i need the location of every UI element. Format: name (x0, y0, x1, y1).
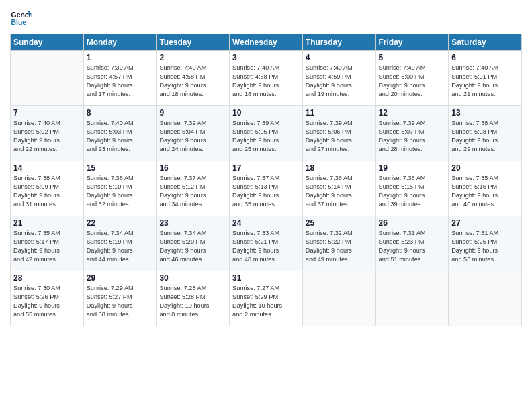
cell-info: Sunrise: 7:36 AM Sunset: 5:15 PM Dayligh… (379, 174, 446, 209)
cell-info: Sunrise: 7:33 AM Sunset: 5:21 PM Dayligh… (232, 229, 300, 264)
calendar-cell: 23Sunrise: 7:34 AM Sunset: 5:20 PM Dayli… (157, 216, 230, 271)
day-number: 9 (159, 108, 226, 118)
calendar-cell: 12Sunrise: 7:39 AM Sunset: 5:07 PM Dayli… (375, 106, 449, 161)
calendar-cell: 14Sunrise: 7:38 AM Sunset: 5:09 PM Dayli… (11, 161, 84, 216)
week-row-5: 28Sunrise: 7:30 AM Sunset: 5:26 PM Dayli… (11, 271, 522, 326)
day-number: 28 (13, 273, 81, 283)
calendar-cell: 6Sunrise: 7:40 AM Sunset: 5:01 PM Daylig… (449, 51, 522, 106)
calendar-cell: 18Sunrise: 7:36 AM Sunset: 5:14 PM Dayli… (302, 161, 375, 216)
day-number: 30 (159, 273, 226, 283)
calendar-cell: 4Sunrise: 7:40 AM Sunset: 4:59 PM Daylig… (302, 51, 375, 106)
calendar-cell: 21Sunrise: 7:35 AM Sunset: 5:17 PM Dayli… (11, 216, 84, 271)
cell-info: Sunrise: 7:30 AM Sunset: 5:26 PM Dayligh… (13, 284, 81, 319)
day-number: 6 (451, 53, 519, 62)
day-number: 15 (87, 163, 154, 173)
day-number: 17 (232, 163, 300, 173)
week-row-3: 14Sunrise: 7:38 AM Sunset: 5:09 PM Dayli… (11, 161, 522, 216)
day-number: 25 (306, 218, 373, 228)
logo: General Blue (10, 7, 34, 28)
cell-info: Sunrise: 7:27 AM Sunset: 5:29 PM Dayligh… (232, 284, 300, 319)
day-number: 29 (87, 273, 154, 283)
cell-info: Sunrise: 7:40 AM Sunset: 4:58 PM Dayligh… (159, 64, 226, 99)
calendar-cell: 31Sunrise: 7:27 AM Sunset: 5:29 PM Dayli… (230, 271, 303, 326)
calendar-table: SundayMondayTuesdayWednesdayThursdayFrid… (10, 34, 522, 326)
cell-info: Sunrise: 7:40 AM Sunset: 5:03 PM Dayligh… (87, 119, 154, 154)
calendar-cell: 19Sunrise: 7:36 AM Sunset: 5:15 PM Dayli… (375, 161, 449, 216)
day-number: 23 (159, 218, 226, 228)
day-header-sunday: Sunday (11, 34, 84, 51)
logo-icon: General Blue (10, 7, 32, 28)
svg-text:General: General (11, 11, 32, 19)
cell-info: Sunrise: 7:32 AM Sunset: 5:22 PM Dayligh… (306, 229, 373, 264)
day-number: 10 (232, 108, 300, 118)
week-row-2: 7Sunrise: 7:40 AM Sunset: 5:02 PM Daylig… (11, 106, 522, 161)
week-row-1: 1Sunrise: 7:39 AM Sunset: 4:57 PM Daylig… (11, 51, 522, 106)
cell-info: Sunrise: 7:34 AM Sunset: 5:20 PM Dayligh… (159, 229, 226, 264)
cell-info: Sunrise: 7:38 AM Sunset: 5:09 PM Dayligh… (13, 174, 81, 209)
calendar-cell: 15Sunrise: 7:38 AM Sunset: 5:10 PM Dayli… (83, 161, 157, 216)
calendar-cell: 1Sunrise: 7:39 AM Sunset: 4:57 PM Daylig… (83, 51, 157, 106)
day-header-monday: Monday (83, 34, 157, 51)
cell-info: Sunrise: 7:40 AM Sunset: 5:02 PM Dayligh… (13, 119, 81, 154)
day-number: 14 (13, 163, 81, 173)
day-number: 27 (451, 218, 519, 228)
day-number: 31 (232, 273, 300, 283)
cell-info: Sunrise: 7:37 AM Sunset: 5:12 PM Dayligh… (159, 174, 226, 209)
day-number: 21 (13, 218, 81, 228)
calendar-cell: 24Sunrise: 7:33 AM Sunset: 5:21 PM Dayli… (230, 216, 303, 271)
svg-text:Blue: Blue (11, 19, 27, 26)
calendar-cell: 10Sunrise: 7:39 AM Sunset: 5:05 PM Dayli… (230, 106, 303, 161)
day-header-friday: Friday (375, 34, 449, 51)
day-number: 1 (87, 53, 154, 62)
calendar-cell: 27Sunrise: 7:31 AM Sunset: 5:25 PM Dayli… (449, 216, 522, 271)
calendar-cell: 11Sunrise: 7:39 AM Sunset: 5:06 PM Dayli… (302, 106, 375, 161)
day-number: 12 (379, 108, 446, 118)
cell-info: Sunrise: 7:39 AM Sunset: 5:06 PM Dayligh… (306, 119, 373, 154)
calendar-cell: 25Sunrise: 7:32 AM Sunset: 5:22 PM Dayli… (302, 216, 375, 271)
day-number: 7 (13, 108, 81, 118)
cell-info: Sunrise: 7:31 AM Sunset: 5:23 PM Dayligh… (379, 229, 446, 264)
day-header-wednesday: Wednesday (230, 34, 303, 51)
day-number: 16 (159, 163, 226, 173)
cell-info: Sunrise: 7:37 AM Sunset: 5:13 PM Dayligh… (232, 174, 300, 209)
cell-info: Sunrise: 7:40 AM Sunset: 4:58 PM Dayligh… (232, 64, 300, 99)
calendar-cell: 2Sunrise: 7:40 AM Sunset: 4:58 PM Daylig… (157, 51, 230, 106)
cell-info: Sunrise: 7:40 AM Sunset: 5:01 PM Dayligh… (451, 64, 519, 99)
calendar-cell: 17Sunrise: 7:37 AM Sunset: 5:13 PM Dayli… (230, 161, 303, 216)
cell-info: Sunrise: 7:39 AM Sunset: 5:07 PM Dayligh… (379, 119, 446, 154)
day-number: 24 (232, 218, 300, 228)
cell-info: Sunrise: 7:36 AM Sunset: 5:14 PM Dayligh… (306, 174, 373, 209)
calendar-cell: 13Sunrise: 7:38 AM Sunset: 5:08 PM Dayli… (449, 106, 522, 161)
calendar-cell: 7Sunrise: 7:40 AM Sunset: 5:02 PM Daylig… (11, 106, 84, 161)
day-number: 20 (451, 163, 519, 173)
calendar-cell: 28Sunrise: 7:30 AM Sunset: 5:26 PM Dayli… (11, 271, 84, 326)
cell-info: Sunrise: 7:39 AM Sunset: 5:04 PM Dayligh… (159, 119, 226, 154)
day-number: 19 (379, 163, 446, 173)
day-header-saturday: Saturday (449, 34, 522, 51)
cell-info: Sunrise: 7:38 AM Sunset: 5:10 PM Dayligh… (87, 174, 154, 209)
calendar-cell: 8Sunrise: 7:40 AM Sunset: 5:03 PM Daylig… (83, 106, 157, 161)
calendar-cell: 16Sunrise: 7:37 AM Sunset: 5:12 PM Dayli… (157, 161, 230, 216)
calendar-cell (302, 271, 375, 326)
cell-info: Sunrise: 7:40 AM Sunset: 5:00 PM Dayligh… (379, 64, 446, 99)
day-header-thursday: Thursday (302, 34, 375, 51)
calendar-cell (11, 51, 84, 106)
cell-info: Sunrise: 7:28 AM Sunset: 5:28 PM Dayligh… (159, 284, 226, 319)
day-number: 18 (306, 163, 373, 173)
calendar-cell (449, 271, 522, 326)
cell-info: Sunrise: 7:40 AM Sunset: 4:59 PM Dayligh… (306, 64, 373, 99)
day-number: 26 (379, 218, 446, 228)
calendar-cell: 20Sunrise: 7:35 AM Sunset: 5:16 PM Dayli… (449, 161, 522, 216)
cell-info: Sunrise: 7:39 AM Sunset: 4:57 PM Dayligh… (87, 64, 154, 99)
cell-info: Sunrise: 7:35 AM Sunset: 5:17 PM Dayligh… (13, 229, 81, 264)
day-number: 8 (87, 108, 154, 118)
day-number: 5 (379, 53, 446, 62)
cell-info: Sunrise: 7:29 AM Sunset: 5:27 PM Dayligh… (87, 284, 154, 319)
cell-info: Sunrise: 7:31 AM Sunset: 5:25 PM Dayligh… (451, 229, 519, 264)
day-number: 3 (232, 53, 300, 62)
day-number: 2 (159, 53, 226, 62)
calendar-cell: 30Sunrise: 7:28 AM Sunset: 5:28 PM Dayli… (157, 271, 230, 326)
week-row-4: 21Sunrise: 7:35 AM Sunset: 5:17 PM Dayli… (11, 216, 522, 271)
day-number: 11 (306, 108, 373, 118)
cell-info: Sunrise: 7:39 AM Sunset: 5:05 PM Dayligh… (232, 119, 300, 154)
